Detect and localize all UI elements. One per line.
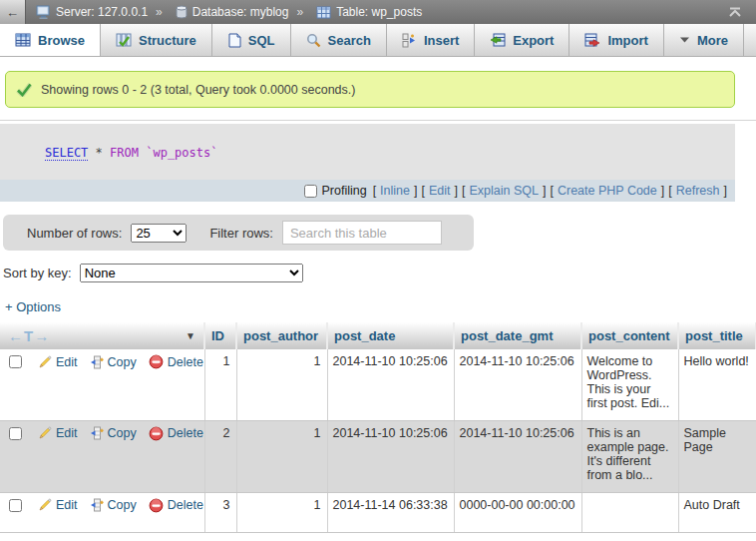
cell-post-title: Auto Draft [678,492,756,532]
breadcrumb-table[interactable]: Table: wp_posts [316,5,422,19]
tab-export[interactable]: Export [475,24,569,56]
collapse-icon[interactable] [728,7,742,17]
back-button[interactable]: ← [0,0,26,24]
query-box: SELECT * FROM `wp_posts` Profiling [ Inl… [0,124,735,202]
bulk-actions-caret-icon[interactable]: ▼ [186,330,195,341]
row-checkbox[interactable] [9,427,22,440]
tab-more-label: More [697,33,728,48]
sort-by-key-row: Sort by key: None [3,264,756,282]
edit-button[interactable]: Edit [38,355,78,369]
tab-search[interactable]: Search [291,24,387,56]
tab-sql[interactable]: SQL [212,24,291,56]
table-row: Edit Copy Delete 1 1 2014-11-10 10:25:06 [0,349,756,420]
filter-rows-input[interactable] [282,221,442,245]
server-icon [36,5,51,19]
column-header-post-date-gmt[interactable]: post_date_gmt [454,322,581,349]
structure-icon [116,33,132,47]
breadcrumb-database[interactable]: Database: myblog [176,5,289,19]
inline-link[interactable]: Inline [380,184,410,198]
cell-post-date: 2014-11-10 10:25:06 [327,420,454,492]
table-icon [316,6,331,19]
sql-table-name: `wp_posts` [146,146,217,160]
create-php-code-link[interactable]: Create PHP Code [558,184,657,198]
tab-insert-label: Insert [424,33,459,48]
number-of-rows-select[interactable]: 25 [131,224,187,243]
explain-sql-link[interactable]: Explain SQL [469,184,538,198]
column-header-post-author[interactable]: post_author [236,322,327,349]
edit-button[interactable]: Edit [38,426,78,440]
options-toggle[interactable]: + Options [5,299,61,314]
cell-id: 3 [204,492,236,532]
delete-icon [149,498,164,513]
column-header-post-title[interactable]: post_title [678,322,756,349]
cell-post-content [581,492,678,532]
column-header-post-content[interactable]: post_content [581,322,678,349]
column-header-id[interactable]: ID [204,322,236,349]
query-toolbar: Profiling [ Inline ] [ Edit ] [ Explain … [0,180,735,202]
bracket: [ [462,184,465,198]
column-header-post-date[interactable]: post_date [327,322,454,349]
tab-sql-label: SQL [248,33,275,48]
tab-browse[interactable]: Browse [0,24,101,56]
bracket: [ [421,184,424,198]
sql-query: SELECT * FROM `wp_posts` [0,124,735,180]
table-row: Edit Copy Delete 2 1 2014-11-10 10:25:06 [0,420,756,492]
bracket: ] [724,184,727,198]
bracket: ] [661,184,664,198]
delete-button[interactable]: Delete [149,426,203,441]
tab-import-label: Import [607,33,647,48]
bracket: [ [550,184,553,198]
table-row: Edit Copy Delete 3 1 2014-11-14 06:33:38 [0,492,756,532]
copy-button[interactable]: Copy [90,498,137,512]
status-message-text: Showing rows 0 - 2 (3 total, Query took … [41,83,355,97]
bracket: [ [373,184,376,198]
cell-post-title: Sample Page [678,420,756,492]
rows-control-bar: Number of rows: 25 Filter rows: [3,215,474,251]
row-checkbox[interactable] [9,355,22,368]
table-header-row: ←T→ ▼ ID post_author post_date post_date… [0,322,756,349]
tab-more[interactable]: More [664,24,744,56]
bracket: ] [414,184,417,198]
delete-button[interactable]: Delete [149,354,203,369]
tab-import[interactable]: Import [569,24,663,56]
breadcrumb-server[interactable]: Server: 127.0.0.1 [36,5,148,19]
cell-post-date-gmt: 2014-11-10 10:25:06 [454,349,581,420]
export-icon [490,33,506,47]
tab-export-label: Export [513,33,554,48]
copy-button[interactable]: Copy [90,426,137,440]
chevron-down-icon [679,36,690,44]
tab-insert[interactable]: Insert [387,24,475,56]
edit-query-link[interactable]: Edit [429,184,451,198]
sql-icon [227,33,241,48]
row-checkbox[interactable] [9,499,22,512]
tab-browse-label: Browse [38,33,85,48]
edit-button[interactable]: Edit [38,498,78,512]
pencil-icon [38,498,52,512]
full-texts-toggle[interactable]: ←T→ [8,327,50,344]
bracket: [ [668,184,671,198]
sort-by-key-select[interactable]: None [80,264,303,282]
cell-post-content: This is an example page. It's different … [581,420,678,492]
cell-post-author: 1 [236,349,327,420]
cell-post-author: 1 [236,420,327,492]
copy-icon [90,498,104,512]
copy-icon [90,355,104,369]
sort-by-key-label: Sort by key: [3,266,72,280]
refresh-link[interactable]: Refresh [676,184,720,198]
delete-button[interactable]: Delete [149,498,203,513]
pencil-icon [38,426,52,440]
sql-keyword-select[interactable]: SELECT [45,146,88,161]
tab-structure[interactable]: Structure [101,24,212,56]
cell-post-content: Welcome to WordPress. This is your first… [581,349,678,420]
breadcrumb-database-label: Database: myblog [192,5,289,19]
tab-structure-label: Structure [139,33,196,48]
tab-search-label: Search [328,33,371,48]
copy-icon [90,426,104,440]
breadcrumb-bar: ← Server: 127.0.0.1 » Database: myblog »… [0,0,756,24]
profiling-checkbox[interactable] [304,185,317,198]
copy-button[interactable]: Copy [90,355,137,369]
breadcrumb-server-label: Server: 127.0.0.1 [56,5,148,19]
database-icon [176,5,188,19]
pencil-icon [38,355,52,369]
cell-post-title: Hello world! [678,349,756,420]
